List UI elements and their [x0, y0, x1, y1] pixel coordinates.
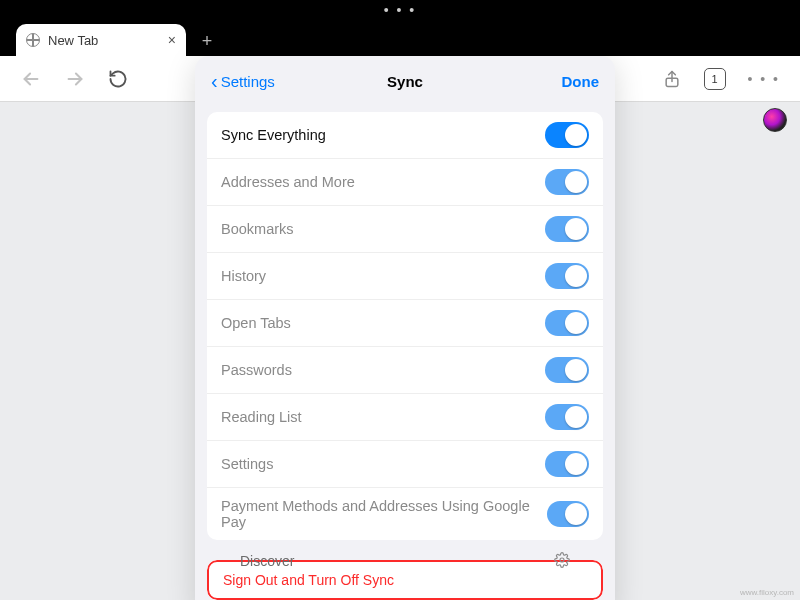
toggle-switch[interactable] [545, 263, 589, 289]
row-label: Reading List [221, 409, 302, 425]
new-tab-button[interactable]: + [192, 26, 222, 56]
row-label: History [221, 268, 266, 284]
toggle-knob-icon [565, 171, 587, 193]
sync-everything-row[interactable]: Sync Everything [207, 112, 603, 158]
sync-options-list: Sync Everything Addresses and More Bookm… [207, 112, 603, 540]
row-label: Sync Everything [221, 127, 326, 143]
done-button[interactable]: Done [562, 73, 600, 90]
toggle-knob-icon [565, 359, 587, 381]
avatar[interactable] [763, 108, 787, 132]
forward-icon[interactable] [64, 68, 86, 90]
bookmarks-row[interactable]: Bookmarks [207, 205, 603, 252]
toggle-knob-icon [565, 503, 587, 525]
tabs-count-label: 1 [711, 73, 717, 85]
row-label: Passwords [221, 362, 292, 378]
discover-label: Discover [240, 553, 294, 569]
toggle-switch[interactable] [545, 216, 589, 242]
share-icon[interactable] [662, 69, 682, 89]
reload-icon[interactable] [108, 69, 128, 89]
menu-icon[interactable]: • • • [748, 71, 780, 87]
ios-status-bar: • • • [0, 0, 800, 20]
reading-list-row[interactable]: Reading List [207, 393, 603, 440]
chevron-left-icon: ‹ [211, 71, 218, 91]
tabs-button[interactable]: 1 [704, 68, 726, 90]
toggle-switch[interactable] [545, 169, 589, 195]
payment-methods-row[interactable]: Payment Methods and Addresses Using Goog… [207, 487, 603, 540]
back-label: Settings [221, 73, 275, 90]
globe-icon [26, 33, 40, 47]
toggle-knob-icon [565, 218, 587, 240]
row-label: Open Tabs [221, 315, 291, 331]
history-row[interactable]: History [207, 252, 603, 299]
toggle-switch[interactable] [545, 357, 589, 383]
toggle-switch[interactable] [547, 501, 589, 527]
browser-tab[interactable]: New Tab × [16, 24, 186, 56]
back-button[interactable]: ‹ Settings [211, 71, 275, 91]
svg-point-1 [560, 558, 564, 562]
toggle-switch[interactable] [545, 122, 589, 148]
toggle-knob-icon [565, 406, 587, 428]
addresses-row[interactable]: Addresses and More [207, 158, 603, 205]
toggle-switch[interactable] [545, 404, 589, 430]
toggle-knob-icon [565, 124, 587, 146]
settings-row[interactable]: Settings [207, 440, 603, 487]
close-icon[interactable]: × [168, 32, 176, 48]
sync-settings-modal: ‹ Settings Sync Done Sync Everything Add… [195, 56, 615, 600]
gear-icon[interactable] [554, 552, 570, 571]
row-label: Payment Methods and Addresses Using Goog… [221, 498, 547, 530]
toggle-knob-icon [565, 265, 587, 287]
toggle-switch[interactable] [545, 451, 589, 477]
row-label: Settings [221, 456, 273, 472]
row-label: Addresses and More [221, 174, 355, 190]
row-label: Bookmarks [221, 221, 294, 237]
status-dots-icon: • • • [384, 3, 416, 17]
toggle-switch[interactable] [545, 310, 589, 336]
toggle-knob-icon [565, 312, 587, 334]
tab-title: New Tab [48, 33, 160, 48]
back-icon[interactable] [20, 68, 42, 90]
browser-tab-strip: New Tab × + [0, 20, 800, 56]
plus-icon: + [202, 31, 213, 52]
passwords-row[interactable]: Passwords [207, 346, 603, 393]
discover-bar: Discover [230, 545, 580, 577]
watermark: www.filoxy.com [740, 588, 794, 597]
modal-header: ‹ Settings Sync Done [195, 56, 615, 106]
toggle-knob-icon [565, 453, 587, 475]
open-tabs-row[interactable]: Open Tabs [207, 299, 603, 346]
